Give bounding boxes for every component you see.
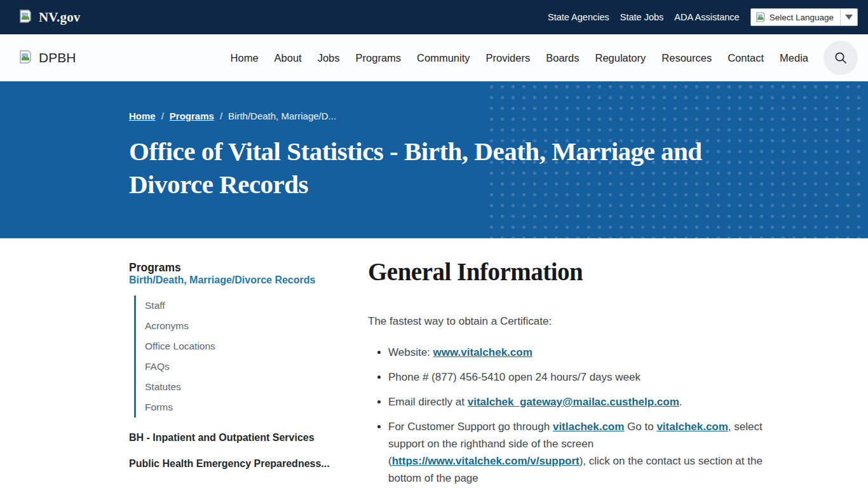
section-heading: General Information [368, 257, 763, 286]
programs-sidebar: Programs Birth/Death, Marriage/Divorce R… [129, 238, 368, 488]
breadcrumb-programs[interactable]: Programs [170, 111, 214, 121]
breadcrumb-separator: / [220, 111, 222, 121]
main-navigation: DPBH Home About Jobs Programs Community … [0, 34, 868, 81]
link-state-agencies[interactable]: State Agencies [548, 12, 609, 22]
bullet-text: For Customer Support go through [388, 421, 553, 433]
bullet-text: Email directly at [388, 396, 468, 408]
nav-item-providers[interactable]: Providers [486, 52, 531, 64]
nav-item-boards[interactable]: Boards [546, 52, 579, 64]
hero-content: Home / Programs / Birth/Death, Marriage/… [0, 81, 868, 201]
translate-broken-image-icon [756, 12, 765, 22]
page-content: General Information The fastest way to o… [368, 238, 763, 488]
nav-item-media[interactable]: Media [780, 52, 808, 64]
sidebar-item-forms[interactable]: Forms [145, 397, 368, 417]
sidebar-item-statutes[interactable]: Statutes [145, 377, 368, 397]
dpbh-logo-text: DPBH [39, 50, 76, 65]
vitalchek-link[interactable]: vitalchek.com [656, 421, 728, 433]
intro-text: The fastest way to obtain a Certificate: [368, 315, 763, 328]
breadcrumb: Home / Programs / Birth/Death, Marriage/… [129, 111, 868, 121]
sidebar-item-faqs[interactable]: FAQs [145, 356, 368, 377]
nav-item-contact[interactable]: Contact [728, 52, 764, 64]
select-language-dropdown[interactable]: Select Language [750, 8, 858, 26]
nav-item-jobs[interactable]: Jobs [318, 52, 340, 64]
broken-image-icon [19, 50, 31, 64]
bullet-text: Website: [388, 346, 433, 358]
sidebar-item-birth-death-records[interactable]: Birth/Death, Marriage/Divorce Records [129, 274, 315, 285]
vitlachek-link[interactable]: vitlachek.com [553, 421, 624, 433]
vitalchek-email-link[interactable]: vitalchek_gateway@mailac.custhelp.com [468, 396, 679, 408]
nav-menu: Home About Jobs Programs Community Provi… [231, 52, 808, 64]
bullet-text: Go to [624, 421, 656, 433]
bullet-customer-support: For Customer Support go through vitlache… [388, 418, 763, 487]
sidebar-item-staff[interactable]: Staff [145, 295, 368, 316]
info-bullet-list: Website: www.vitalchek.com Phone # (877)… [368, 344, 763, 487]
utility-links: State Agencies State Jobs ADA Assistance [548, 12, 740, 22]
chevron-down-icon [845, 15, 853, 20]
utility-topbar: NV.gov State Agencies State Jobs ADA Ass… [0, 0, 868, 34]
nav-item-regulatory[interactable]: Regulatory [595, 52, 646, 64]
bullet-text: . [679, 396, 682, 408]
bullet-website: Website: www.vitalchek.com [388, 344, 763, 361]
select-language-label: Select Language [770, 13, 834, 22]
sidebar-item-acronyms[interactable]: Acronyms [145, 316, 368, 336]
vitalchek-website-link[interactable]: www.vitalchek.com [433, 346, 532, 358]
nav-item-community[interactable]: Community [417, 52, 470, 64]
breadcrumb-current: Birth/Death, Marriage/D... [228, 111, 336, 121]
nav-item-home[interactable]: Home [231, 52, 259, 64]
vitalchek-support-url-link[interactable]: https://www.vitalchek.com/v/support [392, 455, 580, 467]
sidebar-item-public-health-emergency[interactable]: Public Health Emergency Preparedness... [129, 458, 368, 470]
main-area: Programs Birth/Death, Marriage/Divorce R… [0, 238, 868, 488]
page-title: Office of Vital Statistics - Birth, Deat… [129, 135, 758, 201]
nav-item-programs[interactable]: Programs [356, 52, 402, 64]
breadcrumb-home[interactable]: Home [129, 111, 156, 121]
search-button[interactable] [824, 41, 858, 75]
select-language-arrow-button[interactable] [840, 9, 857, 25]
nvgov-logo[interactable]: NV.gov [19, 10, 81, 25]
nav-item-about[interactable]: About [275, 52, 302, 64]
dpbh-logo[interactable]: DPBH [19, 50, 76, 65]
bullet-phone: Phone # (877) 456-5410 open 24 hours/7 d… [388, 369, 763, 386]
sidebar-sub-list: Staff Acronyms Office Locations FAQs Sta… [134, 295, 368, 417]
search-icon [834, 51, 848, 65]
broken-image-icon [19, 10, 31, 23]
sidebar-heading: Programs [129, 261, 368, 274]
nav-item-resources[interactable]: Resources [661, 52, 712, 64]
nvgov-logo-text: NV.gov [39, 10, 81, 25]
bullet-text: Phone # (877) 456-5410 open 24 hours/7 d… [388, 371, 641, 383]
select-language-main: Select Language [751, 9, 840, 25]
sidebar-item-bh-inpatient-outpatient[interactable]: BH - Inpatient and Outpatient Services [129, 432, 368, 444]
hero-banner: Home / Programs / Birth/Death, Marriage/… [0, 81, 868, 238]
sidebar-item-office-locations[interactable]: Office Locations [145, 336, 368, 356]
link-ada-assistance[interactable]: ADA Assistance [674, 12, 739, 22]
link-state-jobs[interactable]: State Jobs [620, 12, 664, 22]
breadcrumb-separator: / [161, 111, 164, 121]
bullet-email: Email directly at vitalchek_gateway@mail… [388, 393, 763, 410]
